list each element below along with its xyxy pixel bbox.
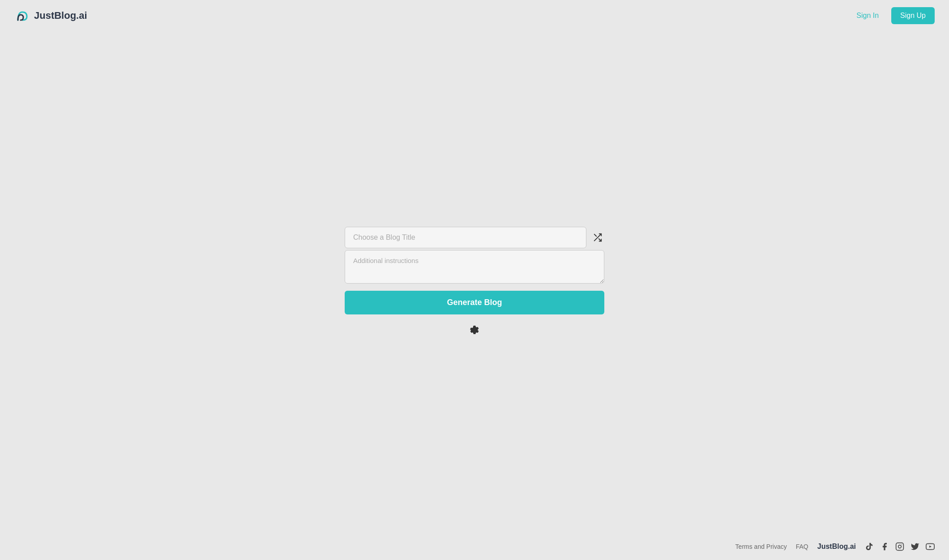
- footer-brand: JustBlog.ai: [817, 543, 856, 551]
- sign-up-button[interactable]: Sign Up: [891, 7, 935, 24]
- svg-rect-0: [896, 543, 904, 551]
- sign-in-button[interactable]: Sign In: [851, 8, 884, 23]
- tiktok-icon[interactable]: [865, 542, 874, 551]
- title-input-row: [345, 227, 604, 248]
- shuffle-button[interactable]: [591, 231, 604, 244]
- form-container: Generate Blog: [345, 227, 604, 338]
- terms-and-privacy-link[interactable]: Terms and Privacy: [735, 543, 787, 550]
- settings-button[interactable]: [467, 323, 482, 338]
- youtube-icon[interactable]: [926, 542, 935, 551]
- generate-blog-button[interactable]: Generate Blog: [345, 291, 604, 314]
- main-content: Generate Blog: [0, 31, 949, 533]
- instagram-icon[interactable]: [895, 542, 904, 551]
- logo[interactable]: JustBlog.ai: [14, 8, 87, 24]
- additional-instructions-input[interactable]: [345, 250, 604, 284]
- logo-text: JustBlog.ai: [34, 10, 87, 21]
- header: JustBlog.ai Sign In Sign Up: [0, 0, 949, 31]
- blog-title-input[interactable]: [345, 227, 586, 248]
- faq-link[interactable]: FAQ: [796, 543, 808, 550]
- shuffle-icon: [593, 233, 603, 242]
- header-nav: Sign In Sign Up: [851, 7, 935, 24]
- logo-icon: [14, 8, 30, 24]
- svg-marker-3: [929, 545, 932, 547]
- footer: Terms and Privacy FAQ JustBlog.ai: [0, 533, 949, 560]
- twitter-icon[interactable]: [911, 542, 919, 551]
- svg-point-1: [898, 545, 902, 548]
- facebook-icon[interactable]: [880, 542, 889, 551]
- svg-point-2: [902, 544, 902, 545]
- social-icons: [865, 542, 935, 551]
- settings-icon: [469, 325, 480, 336]
